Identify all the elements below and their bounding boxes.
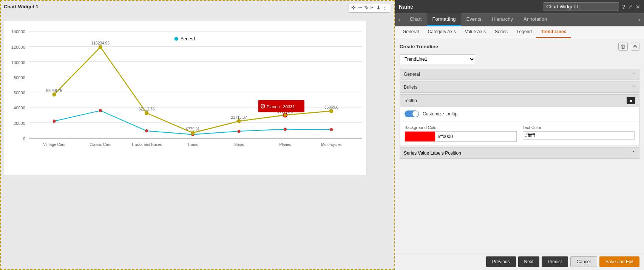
resize-icon[interactable]: ⤢ (628, 4, 633, 10)
tab-hierarchy[interactable]: Hierarchy (486, 13, 518, 26)
svg-point-27 (191, 131, 195, 135)
accordion-general-header[interactable]: General ⌃ (400, 69, 639, 80)
svg-text:Vintage Cars: Vintage Cars (43, 142, 65, 146)
chart-toolbar: ✛ 〜 ✎ ✂ ⬇ ⋮ (349, 3, 390, 13)
svg-point-23 (330, 128, 333, 131)
svg-point-17 (53, 120, 56, 123)
chart-area: Chart Widget 1 ✛ 〜 ✎ ✂ ⬇ ⋮ Series1 14000… (0, 0, 395, 270)
panel-content: Create Trendline 🗑 ⊕ TrendLine1 General … (395, 38, 644, 253)
svg-text:140000: 140000 (11, 29, 25, 34)
accordion-bullets-chevron: ⌃ (632, 85, 635, 90)
svg-text:Trains: Trains (187, 142, 198, 146)
panel-header-icons: ? ⤢ ✕ (622, 4, 640, 10)
customize-tooltip-toggle[interactable] (405, 110, 419, 117)
svg-point-26 (145, 111, 148, 115)
svg-point-25 (99, 45, 102, 49)
text-color-text[interactable] (523, 132, 635, 139)
panel-header: Name ? ⤢ ✕ (395, 0, 644, 13)
edit-icon[interactable]: ✎ (364, 5, 369, 11)
svg-point-24 (52, 92, 56, 97)
trendline-select[interactable]: TrendLine1 (400, 54, 475, 64)
predict-button[interactable]: Predict (542, 256, 568, 267)
customize-tooltip-label: Customize tooltip (423, 111, 457, 117)
svg-text:6779.31: 6779.31 (186, 127, 200, 131)
main-tabs: ‹ Chart Formatting Events Hierarchy Anno… (395, 13, 644, 26)
svg-point-22 (284, 127, 287, 131)
text-color-label: Text Color (523, 125, 635, 130)
chart-canvas: Series1 140000 120000 100000 80000 60000… (4, 21, 366, 175)
connect-icon[interactable]: 〜 (357, 5, 363, 11)
right-panel: Name ? ⤢ ✕ ‹ Chart Formatting Events Hie… (395, 0, 644, 270)
accordion-general-label: General (404, 72, 420, 77)
svg-point-28 (237, 119, 241, 123)
chart-svg: 140000 120000 100000 80000 60000 40000 2… (4, 21, 366, 175)
legend-label-series1: Series1 (181, 36, 196, 41)
tab-annotation[interactable]: Annotation (518, 13, 552, 26)
scissor-icon[interactable]: ✂ (370, 5, 375, 11)
subtab-series[interactable]: Series (490, 26, 512, 38)
color-fields-row: Background Color Text Color (400, 121, 639, 146)
more-icon[interactable]: ⋮ (382, 5, 388, 11)
subtab-general[interactable]: General (398, 26, 423, 38)
subtab-value-axis[interactable]: Value Axis (460, 26, 490, 38)
text-color-input[interactable] (523, 131, 635, 140)
svg-text:Motorcycles: Motorcycles (321, 142, 341, 146)
svg-text:116234.95: 116234.95 (91, 41, 110, 45)
subtab-trend-lines[interactable]: Trend Lines (536, 26, 571, 38)
tab-events[interactable]: Events (461, 13, 487, 26)
toggle-track[interactable] (405, 110, 419, 117)
panel-footer: Previous Next Predict Cancel Save and Ex… (395, 253, 644, 270)
svg-text:100000: 100000 (11, 60, 25, 65)
svg-text:20000: 20000 (14, 121, 25, 126)
series-labels-header[interactable]: Series Value Labels Position ⌃ (400, 148, 639, 158)
tabs-back-arrow[interactable]: ‹ (395, 14, 405, 26)
trendline-select-row: TrendLine1 (400, 54, 639, 64)
tab-chart[interactable]: Chart (405, 13, 427, 26)
svg-text:Classic Cars: Classic Cars (90, 142, 111, 146)
customize-tooltip-row: Customize tooltip (400, 107, 639, 121)
panel-name-input[interactable] (544, 2, 619, 11)
accordion-bullets-label: Bullets (404, 84, 417, 90)
tooltip-section-header[interactable]: Tooltip ■ (400, 95, 639, 107)
accordion-general: General ⌃ (400, 69, 639, 80)
chart-legend: Series1 (175, 36, 196, 41)
delete-trendline-btn[interactable]: 🗑 (618, 43, 628, 51)
background-color-swatch[interactable] (405, 132, 435, 141)
tab-formatting[interactable]: Formatting (427, 13, 461, 26)
help-icon[interactable]: ? (622, 4, 625, 10)
move-icon[interactable]: ✛ (351, 5, 356, 11)
svg-point-30 (329, 109, 333, 113)
svg-text:Trucks and Buses: Trucks and Buses (131, 142, 162, 146)
accordion-bullets: Bullets ⌃ (400, 81, 639, 93)
svg-text:0: 0 (23, 136, 25, 141)
next-button[interactable]: Next (518, 256, 540, 267)
svg-text:21713.37: 21713.37 (231, 115, 247, 120)
tooltip-dark-btn[interactable]: ■ (627, 97, 635, 104)
chart-widget-title: Chart Widget 1 (4, 4, 391, 9)
close-icon[interactable]: ✕ (636, 4, 640, 10)
svg-text:80000: 80000 (14, 75, 25, 80)
svg-point-29 (283, 113, 287, 117)
sub-tabs: General Category Axis Value Axis Series … (395, 26, 644, 38)
create-trendline-label: Create Trendline (400, 44, 615, 49)
background-color-input[interactable] (405, 131, 517, 142)
tabs-forward-arrow[interactable]: › (635, 14, 644, 26)
subtab-legend[interactable]: Legend (512, 26, 536, 38)
add-trendline-btn[interactable]: ⊕ (631, 43, 639, 51)
tooltip-section: Tooltip ■ Customize tooltip Background C… (400, 94, 639, 146)
download-icon[interactable]: ⬇ (376, 5, 381, 11)
svg-text:36069.6: 36069.6 (324, 105, 338, 109)
subtab-category-axis[interactable]: Category Axis (423, 26, 460, 38)
save-exit-button[interactable]: Save and Exit (599, 256, 639, 267)
svg-text:120000: 120000 (11, 45, 25, 49)
accordion-general-chevron: ⌃ (632, 72, 635, 77)
cancel-button[interactable]: Cancel (570, 256, 597, 267)
svg-text:40000: 40000 (14, 106, 25, 110)
background-color-text[interactable] (435, 133, 516, 140)
accordion-bullets-header[interactable]: Bullets ⌃ (400, 82, 639, 92)
legend-dot-series1 (175, 37, 178, 41)
svg-text:Ships: Ships (234, 142, 244, 146)
svg-text:32112.76: 32112.76 (139, 107, 155, 111)
previous-button[interactable]: Previous (486, 256, 516, 267)
svg-text:Planes : 30331: Planes : 30331 (267, 104, 295, 109)
